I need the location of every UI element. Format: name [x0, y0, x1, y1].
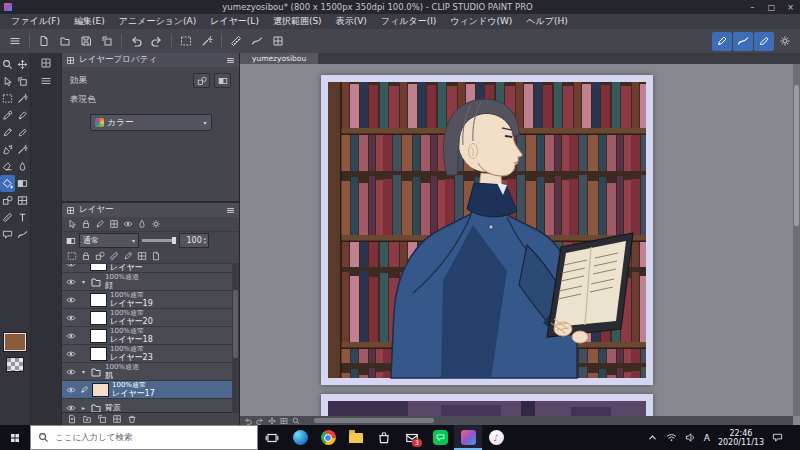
snap-ruler-icon[interactable]	[226, 32, 246, 51]
opacity-slider[interactable]	[142, 239, 176, 242]
draft-layer-icon[interactable]	[123, 251, 133, 261]
operation-tool[interactable]	[0, 73, 15, 90]
taskbar-search[interactable]: ここに入力して検索	[30, 425, 258, 450]
lock-layer-icon[interactable]	[81, 219, 91, 229]
combine-palette-icon[interactable]	[67, 219, 77, 229]
ruler-icon[interactable]	[109, 251, 119, 261]
new-layer-icon[interactable]	[67, 414, 77, 424]
layer-row[interactable]: 100%通常レイヤー	[62, 264, 239, 273]
task-view-button[interactable]	[258, 425, 286, 450]
blend-mode-select[interactable]: 通常 ▾	[79, 233, 139, 248]
visibility-eye-icon[interactable]	[64, 313, 77, 323]
layer-folder-row[interactable]: 背景	[62, 399, 239, 412]
taskbar-store-button[interactable]	[370, 425, 398, 450]
rotate-left-icon[interactable]	[244, 417, 252, 425]
edit-layer-icon[interactable]	[95, 219, 105, 229]
menu-help[interactable]: ヘルプ(H)	[519, 15, 574, 28]
show-all-icon[interactable]	[123, 219, 133, 229]
menu-file[interactable]: ファイル(F)	[4, 15, 67, 28]
opacity-input[interactable]: 100 ▴▾	[179, 233, 209, 248]
blend-tool[interactable]	[15, 158, 30, 175]
new-canvas-icon[interactable]	[34, 32, 54, 51]
layer-settings-icon[interactable]	[151, 219, 161, 229]
text-tool[interactable]	[15, 209, 30, 226]
menu-filter[interactable]: フィルター(I)	[374, 15, 444, 28]
selection-tool[interactable]	[0, 90, 15, 107]
menu-selection[interactable]: 選択範囲(S)	[266, 15, 329, 28]
start-button[interactable]	[0, 425, 30, 450]
quick-access-icon[interactable]	[40, 57, 52, 69]
mask-icon[interactable]	[95, 251, 105, 261]
redo-icon[interactable]	[147, 32, 167, 51]
fill-tool[interactable]	[0, 175, 15, 192]
ruler-tool[interactable]	[0, 209, 15, 226]
main-menu-icon[interactable]	[5, 32, 25, 51]
taskbar-edge-button[interactable]	[286, 425, 314, 450]
visibility-eye-icon[interactable]	[64, 349, 77, 359]
taskbar-chrome-button[interactable]	[314, 425, 342, 450]
panel-menu-icon[interactable]	[226, 56, 235, 65]
transfer-layer-icon[interactable]	[97, 414, 107, 424]
brush-assist-icon[interactable]	[754, 32, 774, 51]
toolbar-settings-icon[interactable]	[775, 32, 795, 51]
delete-layer-icon[interactable]	[127, 414, 137, 424]
lock-icon[interactable]	[81, 251, 91, 261]
stroke-correction-icon[interactable]	[733, 32, 753, 51]
deselect-icon[interactable]	[197, 32, 217, 51]
airbrush-tool[interactable]	[0, 141, 15, 158]
figure-tool[interactable]	[0, 192, 15, 209]
layer-row[interactable]: 100%通常レイヤー19	[62, 291, 239, 309]
lock-transparent-icon[interactable]	[67, 251, 77, 261]
layer-row[interactable]: 100%通常レイヤー20	[62, 309, 239, 327]
layer-folder-row[interactable]: 100%通過肌	[62, 363, 239, 381]
sub-tool-icon[interactable]	[40, 75, 52, 87]
layer-property-header[interactable]: レイヤープロパティ	[62, 53, 239, 67]
action-center-icon[interactable]	[772, 432, 783, 443]
menu-edit[interactable]: 編集(E)	[67, 15, 112, 28]
speaker-icon[interactable]	[685, 432, 696, 443]
ime-indicator[interactable]: A	[704, 433, 710, 443]
taskbar-clock[interactable]: 22:46 2020/11/13	[718, 429, 764, 447]
zoom-control-icon[interactable]	[292, 417, 300, 425]
layer-scrollbar[interactable]	[232, 263, 239, 413]
vertical-scrollbar[interactable]	[793, 64, 800, 416]
visibility-eye-icon[interactable]	[64, 277, 77, 287]
expand-arrow-icon[interactable]	[80, 404, 87, 411]
undo-icon[interactable]	[126, 32, 146, 51]
visibility-eye-icon[interactable]	[64, 264, 77, 269]
taskbar-itunes-button[interactable]	[482, 425, 510, 450]
pen-pressure-icon[interactable]	[712, 32, 732, 51]
document-tab[interactable]: yumezyosibou	[240, 53, 318, 64]
visibility-eye-icon[interactable]	[64, 403, 77, 413]
minimize-button[interactable]: –	[743, 0, 762, 14]
wifi-icon[interactable]	[666, 432, 677, 443]
collapse-arrow-icon[interactable]	[80, 368, 87, 375]
layer-panel-header[interactable]: レイヤー	[62, 203, 239, 217]
visibility-eye-icon[interactable]	[64, 385, 77, 395]
new-folder-icon[interactable]	[82, 414, 92, 424]
artwork-frame-1[interactable]	[321, 75, 653, 385]
transparent-color-swatch[interactable]	[6, 357, 24, 372]
opacity-slider-thumb[interactable]	[172, 237, 176, 244]
layer-move-tool[interactable]	[15, 73, 30, 90]
close-button[interactable]: ×	[781, 0, 800, 14]
scrollbar-thumb[interactable]	[794, 85, 799, 226]
pencil-tool[interactable]	[0, 124, 15, 141]
pen-tool[interactable]	[15, 107, 30, 124]
auto-select-tool[interactable]	[15, 90, 30, 107]
taskbar-explorer-button[interactable]	[342, 425, 370, 450]
collapse-arrow-icon[interactable]	[80, 278, 87, 285]
taskbar-line-button[interactable]	[426, 425, 454, 450]
taskbar-clip-studio-button[interactable]	[454, 425, 482, 450]
menu-layer[interactable]: レイヤー(L)	[203, 15, 266, 28]
opacity-spinner[interactable]: ▴▾	[204, 237, 206, 245]
open-file-icon[interactable]	[55, 32, 75, 51]
export-icon[interactable]	[97, 32, 117, 51]
taskbar-mail-button[interactable]: 3	[398, 425, 426, 450]
menu-window[interactable]: ウィンドウ(W)	[443, 15, 519, 28]
visibility-eye-icon[interactable]	[64, 295, 77, 305]
menu-view[interactable]: 表示(V)	[329, 15, 374, 28]
snap-special-ruler-icon[interactable]	[247, 32, 267, 51]
panel-menu-icon[interactable]	[226, 206, 235, 215]
menu-animation[interactable]: アニメーション(A)	[112, 15, 203, 28]
